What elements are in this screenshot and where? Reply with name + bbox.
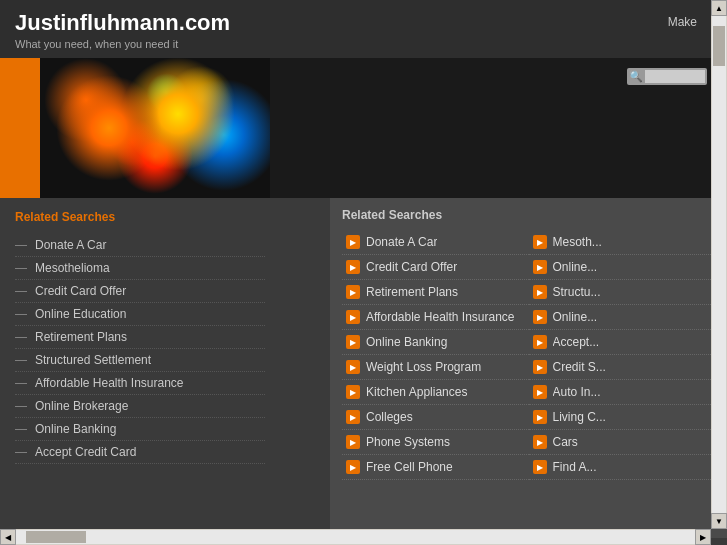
right-arrow-icon: ▶ [346, 460, 360, 474]
left-sidebar-item[interactable]: — Mesothelioma [15, 257, 265, 280]
right-panel: Related Searches ▶ Donate A Car▶ Mesoth.… [330, 198, 727, 538]
left-items-list: — Donate A Car— Mesothelioma— Credit Car… [15, 234, 265, 464]
right-arrow-icon2: ▶ [533, 385, 547, 399]
right-item-col2[interactable]: ▶ Find A... [529, 455, 716, 480]
right-item-col1[interactable]: ▶ Weight Loss Program [342, 355, 529, 380]
right-arrow-icon2: ▶ [533, 310, 547, 324]
right-item-col1[interactable]: ▶ Online Banking [342, 330, 529, 355]
right-item-col2[interactable]: ▶ Mesoth... [529, 230, 716, 255]
left-related-searches-title: Related Searches [15, 210, 265, 224]
right-item-col1[interactable]: ▶ Donate A Car [342, 230, 529, 255]
right-item-col1[interactable]: ▶ Kitchen Appliances [342, 380, 529, 405]
left-item-label: Structured Settlement [35, 353, 151, 367]
right-arrow-icon2: ▶ [533, 235, 547, 249]
right-arrow-icon: ▶ [346, 435, 360, 449]
scroll-track-v [712, 16, 726, 513]
left-arrow-icon: — [15, 376, 27, 390]
left-sidebar-item[interactable]: — Affordable Health Insurance [15, 372, 265, 395]
make-link[interactable]: Make [668, 15, 697, 29]
right-arrow-icon: ▶ [346, 335, 360, 349]
left-item-label: Affordable Health Insurance [35, 376, 184, 390]
right-item-col1[interactable]: ▶ Retirement Plans [342, 280, 529, 305]
left-item-label: Online Education [35, 307, 126, 321]
right-item-col1[interactable]: ▶ Colleges [342, 405, 529, 430]
right-arrow-icon: ▶ [346, 385, 360, 399]
right-arrow-icon: ▶ [346, 310, 360, 324]
left-item-label: Mesothelioma [35, 261, 110, 275]
right-arrow-icon2: ▶ [533, 460, 547, 474]
left-arrow-icon: — [15, 261, 27, 275]
banner-image [40, 58, 270, 198]
right-item-label2: Find A... [553, 460, 597, 474]
right-item-label2: Auto In... [553, 385, 601, 399]
right-item-col2[interactable]: ▶ Living C... [529, 405, 716, 430]
right-item-col2[interactable]: ▶ Online... [529, 255, 716, 280]
left-item-label: Accept Credit Card [35, 445, 136, 459]
right-item-col1[interactable]: ▶ Credit Card Offer [342, 255, 529, 280]
right-arrow-icon: ▶ [346, 235, 360, 249]
right-item-col2[interactable]: ▶ Credit S... [529, 355, 716, 380]
left-arrow-icon: — [15, 307, 27, 321]
scroll-right-btn[interactable]: ▶ [695, 529, 711, 545]
site-tagline: What you need, when you need it [15, 38, 712, 50]
left-arrow-icon: — [15, 399, 27, 413]
right-arrow-icon2: ▶ [533, 360, 547, 374]
left-sidebar-item[interactable]: — Donate A Car [15, 234, 265, 257]
left-sidebar-item[interactable]: — Retirement Plans [15, 326, 265, 349]
right-item-label: Free Cell Phone [366, 460, 453, 474]
vertical-scrollbar[interactable]: ▲ ▼ [711, 0, 727, 529]
left-sidebar-item[interactable]: — Accept Credit Card [15, 441, 265, 464]
scroll-up-btn[interactable]: ▲ [711, 0, 727, 16]
right-item-label2: Online... [553, 260, 598, 274]
left-arrow-icon: — [15, 238, 27, 252]
right-item-label2: Living C... [553, 410, 606, 424]
right-item-label: Kitchen Appliances [366, 385, 467, 399]
search-input[interactable] [645, 70, 705, 83]
right-item-col1[interactable]: ▶ Affordable Health Insurance [342, 305, 529, 330]
right-item-label2: Credit S... [553, 360, 606, 374]
banner: 🔍 [0, 58, 727, 198]
right-item-label: Credit Card Offer [366, 260, 457, 274]
right-arrow-icon2: ▶ [533, 435, 547, 449]
left-sidebar-item[interactable]: — Credit Card Offer [15, 280, 265, 303]
right-item-label: Phone Systems [366, 435, 450, 449]
site-title: Justinfluhmann.com [15, 10, 712, 36]
left-item-label: Credit Card Offer [35, 284, 126, 298]
right-item-col1[interactable]: ▶ Free Cell Phone [342, 455, 529, 480]
right-item-col2[interactable]: ▶ Structu... [529, 280, 716, 305]
right-item-col2[interactable]: ▶ Cars [529, 430, 716, 455]
right-item-col1[interactable]: ▶ Phone Systems [342, 430, 529, 455]
left-sidebar: Related Searches — Donate A Car— Mesothe… [0, 198, 280, 538]
scroll-down-btn[interactable]: ▼ [711, 513, 727, 529]
right-arrow-icon2: ▶ [533, 285, 547, 299]
scroll-track-h [16, 530, 695, 544]
right-arrow-icon: ▶ [346, 260, 360, 274]
left-arrow-icon: — [15, 445, 27, 459]
right-item-label2: Accept... [553, 335, 600, 349]
right-items-grid: ▶ Donate A Car▶ Mesoth...▶ Credit Card O… [342, 230, 715, 480]
right-item-label2: Mesoth... [553, 235, 602, 249]
scroll-thumb-h[interactable] [26, 531, 86, 543]
right-item-label: Donate A Car [366, 235, 437, 249]
scroll-thumb-v[interactable] [713, 26, 725, 66]
right-arrow-icon: ▶ [346, 360, 360, 374]
scroll-left-btn[interactable]: ◀ [0, 529, 16, 545]
right-arrow-icon: ▶ [346, 410, 360, 424]
right-item-label: Retirement Plans [366, 285, 458, 299]
right-item-col2[interactable]: ▶ Auto In... [529, 380, 716, 405]
main-content: Related Searches — Donate A Car— Mesothe… [0, 198, 727, 538]
right-item-col2[interactable]: ▶ Online... [529, 305, 716, 330]
left-sidebar-item[interactable]: — Online Education [15, 303, 265, 326]
left-arrow-icon: — [15, 284, 27, 298]
right-item-col2[interactable]: ▶ Accept... [529, 330, 716, 355]
right-related-searches-title: Related Searches [342, 208, 715, 222]
right-arrow-icon2: ▶ [533, 335, 547, 349]
horizontal-scrollbar[interactable]: ◀ ▶ [0, 529, 711, 545]
site-header: Justinfluhmann.com What you need, when y… [0, 0, 727, 58]
left-sidebar-item[interactable]: — Online Brokerage [15, 395, 265, 418]
left-sidebar-item[interactable]: — Structured Settlement [15, 349, 265, 372]
left-sidebar-item[interactable]: — Online Banking [15, 418, 265, 441]
left-item-label: Retirement Plans [35, 330, 127, 344]
search-box: 🔍 [627, 68, 707, 85]
right-item-label: Affordable Health Insurance [366, 310, 515, 324]
